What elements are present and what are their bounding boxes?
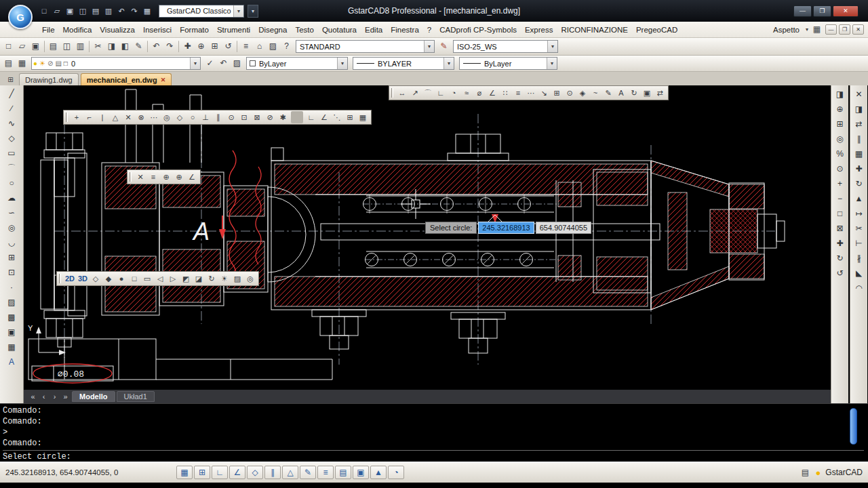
line-tool-icon[interactable]: ╱ [3,86,20,101]
rotate-icon[interactable]: ↻ [852,176,865,191]
qat-redo-icon[interactable]: ↷ [128,5,140,17]
toolbar-grip[interactable] [391,88,393,98]
dim-linear-icon[interactable]: ↔ [396,87,408,99]
polyline-icon[interactable]: ∿ [3,116,20,131]
tab-drawing1[interactable]: Drawing1.dwg [19,73,79,85]
otrack-toggle[interactable]: ∥ [264,466,281,479]
properties-icon[interactable]: ≡ [239,40,252,53]
distance-icon[interactable]: ⊕ [173,171,185,183]
lineweight-combo[interactable]: ByLayer ▾ [459,57,557,70]
snap-none-icon[interactable]: ⊘ [264,111,276,123]
measure-angle-icon[interactable]: ∠ [186,171,198,183]
extend-icon[interactable]: ⊢ [852,236,865,251]
qat-plot-icon[interactable]: ▤ [90,5,102,17]
snap-nearest-icon[interactable]: ⊠ [251,111,263,123]
view-right-icon[interactable]: ▷ [167,272,179,285]
insert-block-icon[interactable]: ⊞ [3,250,20,265]
menu-testo[interactable]: Testo [291,24,318,36]
circle-icon[interactable]: ○ [3,176,20,190]
view-2d-icon[interactable]: 2D [64,272,76,285]
zoom-window-icon[interactable]: ⊞ [833,117,846,131]
bulb-icon[interactable]: ● [815,468,821,478]
camera-icon[interactable]: ◎ [244,272,256,285]
free-orbit-icon[interactable]: ↻ [205,272,218,285]
menu-aspetto[interactable]: Aspetto [769,24,804,36]
layout-prev-icon[interactable]: ‹ [39,392,49,401]
dim-angular-icon[interactable]: ∠ [486,87,498,99]
toolbar-grip[interactable] [66,113,68,122]
center-mark-icon[interactable]: ⊙ [564,87,576,99]
snap-insert-icon[interactable]: ⊡ [238,111,250,123]
snap-quadrant-icon[interactable]: ◇ [174,111,186,123]
menu-visualizza[interactable]: Visualizza [96,24,139,36]
zoom-window-icon[interactable]: ⊞ [208,40,221,53]
array-icon[interactable]: ▦ [852,146,865,161]
view-front-icon[interactable]: ▭ [141,272,153,285]
dim-style-icon[interactable]: ▣ [641,87,653,99]
wireframe-icon[interactable]: ◇ [90,272,102,285]
dim-baseline-icon[interactable]: ≡ [512,87,524,99]
dim-space-icon[interactable]: ⇄ [654,87,666,99]
dim-update-icon[interactable]: ↻ [628,87,640,99]
erase-icon[interactable]: ✕ [852,87,865,102]
qat-open-icon[interactable]: ▱ [51,5,63,17]
zoom-scale-icon[interactable]: % [833,146,846,161]
dim-text-edit-icon[interactable]: A [615,87,627,99]
point-icon[interactable]: · [3,280,20,295]
layout-next-icon[interactable]: › [50,392,60,401]
menu-disegna[interactable]: Disegna [254,24,291,36]
model-toggle[interactable]: ▣ [353,466,369,479]
dim-jogged-icon[interactable]: ≈ [460,87,473,99]
grid-toggle[interactable]: ⊞ [194,466,210,479]
table-icon[interactable]: ▦ [3,340,20,354]
text-style-combo[interactable]: STANDARD ▾ [296,40,435,53]
plot-icon[interactable]: ▤ [47,40,60,53]
annot-visibility-toggle[interactable]: ▲ [370,466,387,479]
menu-pregeocad[interactable]: PregeoCAD [632,24,682,36]
layer-manager-icon[interactable]: ▦ [16,57,28,70]
draw-order-icon[interactable]: ◨ [833,87,846,102]
fillet-icon[interactable]: ◠ [852,281,865,296]
ortho-toggle[interactable]: ∟ [212,466,228,479]
color-combo[interactable]: ByLayer ▾ [246,57,348,70]
grid-icon[interactable]: ⊞ [344,111,356,123]
revision-cloud-icon[interactable]: ☁ [3,190,20,205]
view-left-icon[interactable]: ◁ [154,272,166,285]
snap-toggle[interactable]: ▦ [176,466,193,479]
copy-icon[interactable]: ◨ [105,40,118,53]
render-icon[interactable]: ▨ [231,272,243,285]
snap-toggle-icon[interactable]: ▦ [357,111,369,123]
dim-continue-icon[interactable]: ⋯ [525,87,537,99]
snap-from-icon[interactable]: ⌐ [83,111,96,123]
dim-jogline-icon[interactable]: ~ [589,87,601,99]
chevron-down-icon[interactable]: ▾ [233,5,243,17]
ducs-toggle[interactable]: △ [282,466,298,479]
toolbar-overflow-dropdown[interactable]: ▾ [248,5,258,18]
snap-center-icon[interactable]: ◎ [161,111,173,123]
list-icon[interactable]: ≡ [147,171,159,183]
dim-style-combo[interactable]: ISO-25_WS ▾ [453,40,558,53]
snap-extension-icon[interactable]: ⋯ [148,111,160,123]
snap-parallel-icon[interactable]: ∥ [212,111,224,123]
command-scrollbar[interactable] [850,408,857,445]
undo-icon[interactable]: ↶ [150,40,163,53]
zoom-extents-icon[interactable]: ⊠ [833,221,846,236]
mirror-icon[interactable]: ⇄ [852,117,865,131]
snap-node-icon[interactable]: ⊙ [225,111,237,123]
qat-saveas-icon[interactable]: ◫ [77,5,89,17]
lwt-toggle[interactable]: ≡ [317,466,334,479]
zoom-previous-icon[interactable]: ↺ [222,40,235,53]
dim-diameter-icon[interactable]: ⌀ [473,87,486,99]
menu-finestra[interactable]: Finestra [387,24,423,36]
workspace-combo[interactable]: GstarCAD Classico ▾ [159,5,244,18]
dynamic-input-y-field[interactable]: 654.90744055 [536,222,591,234]
arc-icon[interactable]: ⌒ [3,161,20,176]
toolbar-grip[interactable] [130,172,132,182]
qnew-icon[interactable]: □ [2,40,15,53]
annot-scale-toggle[interactable]: ◔ [388,466,404,479]
layer-combo[interactable]: ●☀⊘▤□ 0 ▾ [31,57,201,70]
qat-workspace-icon[interactable]: ▦ [141,5,153,17]
maximize-button[interactable]: ❐ [813,5,831,17]
chevron-down-icon[interactable]: ▾ [337,58,347,69]
quick-leader-icon[interactable]: ↘ [538,87,550,99]
